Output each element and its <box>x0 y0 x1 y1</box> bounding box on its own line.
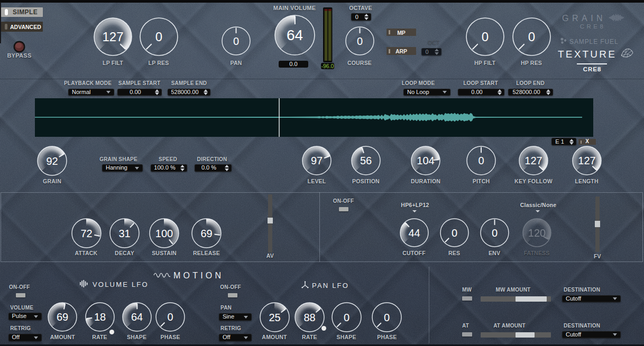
svg-text:18: 18 <box>94 311 105 323</box>
svg-text:69: 69 <box>57 311 68 323</box>
svg-text:104: 104 <box>417 155 434 166</box>
svg-text:0: 0 <box>491 227 497 238</box>
svg-text:88: 88 <box>303 311 315 323</box>
svg-text:127: 127 <box>525 155 542 166</box>
svg-text:56: 56 <box>360 155 372 166</box>
svg-text:97: 97 <box>311 155 323 166</box>
svg-text:31: 31 <box>118 228 130 239</box>
svg-text:0: 0 <box>344 311 349 323</box>
svg-text:100: 100 <box>155 228 173 239</box>
svg-text:0: 0 <box>168 311 173 323</box>
svg-text:25: 25 <box>269 311 280 323</box>
svg-text:44: 44 <box>408 227 420 238</box>
svg-text:0: 0 <box>384 311 390 323</box>
svg-text:120: 120 <box>528 227 545 238</box>
svg-text:0: 0 <box>451 227 457 238</box>
svg-text:64: 64 <box>131 311 143 323</box>
svg-text:0: 0 <box>478 155 484 166</box>
svg-text:127: 127 <box>578 155 595 166</box>
svg-text:69: 69 <box>200 228 212 239</box>
svg-text:92: 92 <box>46 155 58 166</box>
svg-text:72: 72 <box>80 228 92 239</box>
